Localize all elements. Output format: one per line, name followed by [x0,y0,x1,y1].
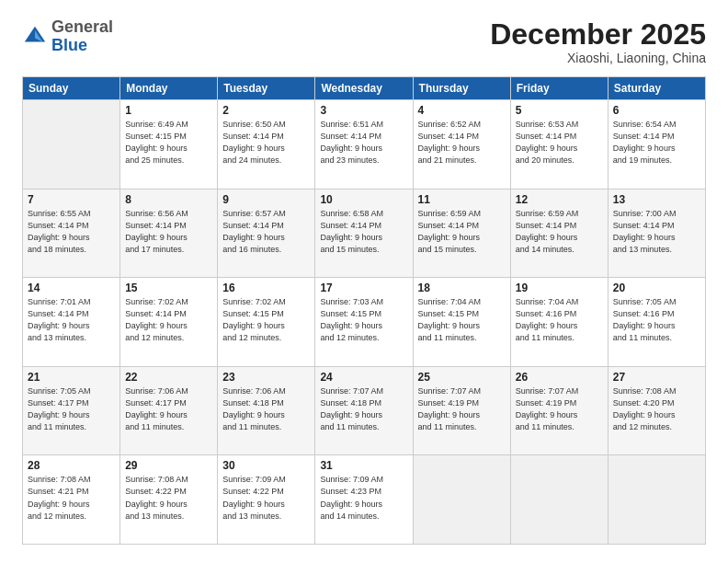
day-number: 21 [28,371,115,384]
calendar-cell: 2Sunrise: 6:50 AM Sunset: 4:14 PM Daylig… [218,100,315,190]
location-subtitle: Xiaoshi, Liaoning, China [490,51,706,65]
day-number: 25 [418,371,506,384]
calendar-week-4: 21Sunrise: 7:05 AM Sunset: 4:17 PM Dayli… [23,366,706,455]
day-info: Sunrise: 7:06 AM Sunset: 4:18 PM Dayligh… [222,385,310,433]
day-number: 8 [125,193,212,206]
calendar-header: Sunday Monday Tuesday Wednesday Thursday… [23,77,706,100]
calendar-cell: 6Sunrise: 6:54 AM Sunset: 4:14 PM Daylig… [608,100,705,190]
day-number: 5 [516,104,603,117]
calendar-cell: 10Sunrise: 6:58 AM Sunset: 4:14 PM Dayli… [315,189,413,278]
calendar-cell: 29Sunrise: 7:08 AM Sunset: 4:22 PM Dayli… [120,455,218,545]
calendar-cell: 7Sunrise: 6:55 AM Sunset: 4:14 PM Daylig… [23,189,120,278]
day-number: 9 [222,193,310,206]
calendar-cell [413,455,510,545]
logo-text: General Blue [51,18,113,55]
day-number: 2 [222,104,310,117]
day-number: 29 [125,459,212,472]
calendar-cell: 17Sunrise: 7:03 AM Sunset: 4:15 PM Dayli… [315,278,413,367]
day-info: Sunrise: 7:06 AM Sunset: 4:17 PM Dayligh… [125,385,212,433]
day-number: 1 [125,104,212,117]
calendar-cell: 3Sunrise: 6:51 AM Sunset: 4:14 PM Daylig… [315,100,413,190]
day-number: 13 [613,193,700,206]
day-info: Sunrise: 6:52 AM Sunset: 4:14 PM Dayligh… [418,119,506,167]
calendar-cell [510,455,608,545]
day-number: 3 [320,104,407,117]
calendar-cell: 8Sunrise: 6:56 AM Sunset: 4:14 PM Daylig… [120,189,218,278]
day-info: Sunrise: 6:50 AM Sunset: 4:14 PM Dayligh… [222,119,310,167]
day-number: 23 [222,371,310,384]
day-number: 22 [125,371,212,384]
calendar-week-5: 28Sunrise: 7:08 AM Sunset: 4:21 PM Dayli… [23,455,706,545]
calendar-cell: 19Sunrise: 7:04 AM Sunset: 4:16 PM Dayli… [510,278,608,367]
logo: General Blue [22,18,113,55]
day-number: 14 [28,282,115,294]
day-info: Sunrise: 7:07 AM Sunset: 4:19 PM Dayligh… [418,385,506,433]
day-number: 16 [222,282,310,294]
day-info: Sunrise: 7:05 AM Sunset: 4:17 PM Dayligh… [28,385,115,433]
calendar-cell: 9Sunrise: 6:57 AM Sunset: 4:14 PM Daylig… [218,189,315,278]
day-info: Sunrise: 7:03 AM Sunset: 4:15 PM Dayligh… [320,296,407,344]
calendar-cell: 4Sunrise: 6:52 AM Sunset: 4:14 PM Daylig… [413,100,510,190]
col-thursday: Thursday [413,77,510,100]
title-area: December 2025 Xiaoshi, Liaoning, China [490,18,706,65]
day-number: 17 [320,282,407,294]
day-number: 26 [516,371,603,384]
page: General Blue December 2025 Xiaoshi, Liao… [0,0,728,563]
calendar-cell: 28Sunrise: 7:08 AM Sunset: 4:21 PM Dayli… [23,455,120,545]
logo-icon [22,24,48,50]
calendar-cell [608,455,705,545]
calendar-cell: 12Sunrise: 6:59 AM Sunset: 4:14 PM Dayli… [510,189,608,278]
calendar-table: Sunday Monday Tuesday Wednesday Thursday… [22,76,706,545]
day-info: Sunrise: 7:02 AM Sunset: 4:15 PM Dayligh… [222,296,310,344]
day-info: Sunrise: 7:04 AM Sunset: 4:16 PM Dayligh… [516,296,603,344]
day-info: Sunrise: 7:05 AM Sunset: 4:16 PM Dayligh… [613,296,700,344]
header-row: Sunday Monday Tuesday Wednesday Thursday… [23,77,706,100]
day-number: 15 [125,282,212,294]
day-info: Sunrise: 7:04 AM Sunset: 4:15 PM Dayligh… [418,296,506,344]
calendar-cell: 11Sunrise: 6:59 AM Sunset: 4:14 PM Dayli… [413,189,510,278]
calendar-cell: 27Sunrise: 7:08 AM Sunset: 4:20 PM Dayli… [608,366,705,455]
calendar-cell: 15Sunrise: 7:02 AM Sunset: 4:14 PM Dayli… [120,278,218,367]
day-number: 7 [28,193,115,206]
day-number: 11 [418,193,506,206]
day-info: Sunrise: 7:07 AM Sunset: 4:19 PM Dayligh… [516,385,603,433]
day-info: Sunrise: 6:49 AM Sunset: 4:15 PM Dayligh… [125,119,212,167]
calendar-cell [23,100,120,190]
calendar-cell: 24Sunrise: 7:07 AM Sunset: 4:18 PM Dayli… [315,366,413,455]
day-number: 4 [418,104,506,117]
calendar-cell: 26Sunrise: 7:07 AM Sunset: 4:19 PM Dayli… [510,366,608,455]
day-number: 12 [516,193,603,206]
day-info: Sunrise: 6:57 AM Sunset: 4:14 PM Dayligh… [222,208,310,256]
day-number: 20 [613,282,700,294]
day-number: 30 [222,459,310,472]
calendar-cell: 14Sunrise: 7:01 AM Sunset: 4:14 PM Dayli… [23,278,120,367]
day-number: 18 [418,282,506,294]
day-info: Sunrise: 6:59 AM Sunset: 4:14 PM Dayligh… [418,208,506,256]
day-number: 28 [28,459,115,472]
day-info: Sunrise: 6:56 AM Sunset: 4:14 PM Dayligh… [125,208,212,256]
calendar-cell: 30Sunrise: 7:09 AM Sunset: 4:22 PM Dayli… [218,455,315,545]
col-monday: Monday [120,77,218,100]
day-info: Sunrise: 7:09 AM Sunset: 4:22 PM Dayligh… [222,474,310,522]
day-info: Sunrise: 7:00 AM Sunset: 4:14 PM Dayligh… [613,208,700,256]
day-info: Sunrise: 6:55 AM Sunset: 4:14 PM Dayligh… [28,208,115,256]
day-info: Sunrise: 7:07 AM Sunset: 4:18 PM Dayligh… [320,385,407,433]
calendar-cell: 16Sunrise: 7:02 AM Sunset: 4:15 PM Dayli… [218,278,315,367]
logo-general: General [51,17,113,36]
calendar-week-2: 7Sunrise: 6:55 AM Sunset: 4:14 PM Daylig… [23,189,706,278]
day-info: Sunrise: 6:59 AM Sunset: 4:14 PM Dayligh… [516,208,603,256]
logo-blue: Blue [51,36,87,54]
col-tuesday: Tuesday [218,77,315,100]
month-title: December 2025 [490,18,706,51]
calendar-week-3: 14Sunrise: 7:01 AM Sunset: 4:14 PM Dayli… [23,278,706,367]
day-info: Sunrise: 6:53 AM Sunset: 4:14 PM Dayligh… [516,119,603,167]
day-number: 31 [320,459,407,472]
day-info: Sunrise: 7:01 AM Sunset: 4:14 PM Dayligh… [28,296,115,344]
day-number: 6 [613,104,700,117]
day-number: 24 [320,371,407,384]
calendar-cell: 1Sunrise: 6:49 AM Sunset: 4:15 PM Daylig… [120,100,218,190]
day-number: 19 [516,282,603,294]
col-sunday: Sunday [23,77,120,100]
calendar-body: 1Sunrise: 6:49 AM Sunset: 4:15 PM Daylig… [23,100,706,545]
col-saturday: Saturday [608,77,705,100]
